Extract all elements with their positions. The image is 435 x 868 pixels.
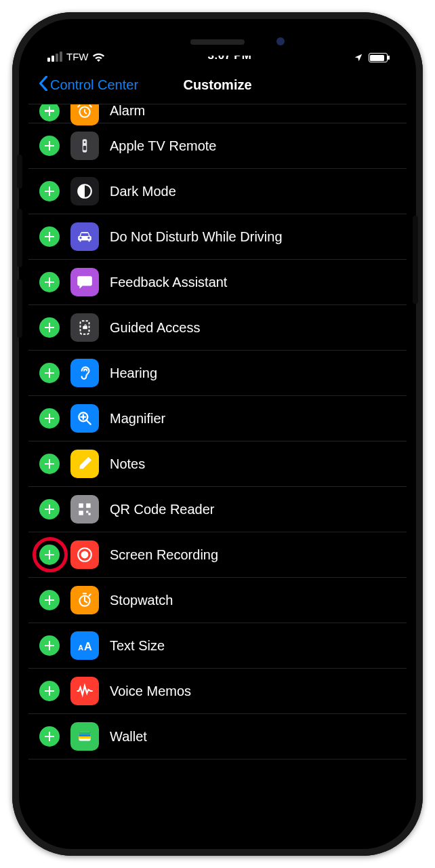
add-button[interactable] [39,726,60,747]
list-row-qr[interactable]: QR Code Reader [28,487,407,532]
svg-rect-10 [86,511,88,513]
stopwatch-icon [70,586,99,614]
page-title: Customize [183,77,251,93]
row-label: Apple TV Remote [110,138,217,154]
qr-code-icon [70,495,99,524]
svg-rect-11 [88,513,90,515]
notes-icon [70,450,99,478]
list-row-screen-recording[interactable]: Screen Recording [28,532,407,578]
add-button[interactable] [39,545,60,565]
location-icon [354,53,363,62]
back-button-label: Control Center [50,77,138,93]
guided-access-icon [70,313,99,342]
add-button[interactable] [39,635,60,656]
list-row-guided-access[interactable]: Guided Access [28,305,407,351]
chevron-left-icon [38,76,49,94]
row-label: Hearing [110,366,157,381]
row-label: Magnifier [110,411,165,427]
volume-down-button [17,279,22,338]
svg-text:A: A [84,640,92,652]
add-button[interactable] [39,136,60,156]
voice-memos-icon [70,677,99,705]
battery-icon [369,53,388,62]
dark-mode-icon [70,177,99,205]
wallet-icon [70,722,99,751]
svg-rect-9 [79,511,83,515]
list-row-feedback[interactable]: Feedback Assistant [28,260,407,305]
carrier-label: TFW [66,51,88,62]
nav-bar: Control Center Customize [28,66,407,104]
svg-rect-8 [86,503,91,508]
row-label: Alarm [110,104,145,119]
row-label: Stopwatch [110,593,173,608]
alarm-icon [70,104,99,125]
cellular-signal-icon [47,52,62,62]
back-button[interactable]: Control Center [33,66,144,104]
screen-recording-icon [70,540,99,569]
svg-rect-7 [79,503,83,508]
apple-tv-remote-icon [70,132,99,160]
svg-rect-20 [79,736,90,738]
svg-rect-3 [83,146,86,151]
list-row-text-size[interactable]: AA Text Size [28,623,407,669]
add-button[interactable] [39,590,60,610]
list-row-hearing[interactable]: Hearing [28,351,407,396]
magnifier-icon [70,404,99,433]
add-button[interactable] [39,272,60,292]
row-label: Do Not Disturb While Driving [110,229,283,245]
row-label: Feedback Assistant [110,275,227,290]
feedback-icon [70,268,99,296]
notch [119,28,316,56]
volume-up-button [17,209,22,267]
svg-point-2 [84,141,86,143]
row-label: Guided Access [110,320,200,336]
add-button[interactable] [39,454,60,474]
row-label: Notes [110,456,145,472]
add-button[interactable] [39,363,60,383]
list-row-darkmode[interactable]: Dark Mode [28,169,407,214]
list-row-appletv[interactable]: Apple TV Remote [28,123,407,169]
svg-text:A: A [78,644,83,652]
list-row-wallet[interactable]: Wallet [28,714,407,760]
row-label: Dark Mode [110,184,176,199]
row-label: Wallet [110,729,147,745]
list-row-magnifier[interactable]: Magnifier [28,396,407,441]
power-button [413,216,418,304]
add-button[interactable] [39,104,60,121]
phone-frame: TFW 3:07 PM [12,12,423,856]
wifi-icon [92,52,105,62]
list-row-notes[interactable]: Notes [28,441,407,487]
hearing-icon [70,359,99,387]
more-controls-list: Alarm Apple TV Remote [28,104,407,840]
add-button[interactable] [39,408,60,429]
list-row-alarm[interactable]: Alarm [28,104,407,123]
add-button[interactable] [39,317,60,338]
svg-rect-18 [79,732,90,734]
mute-switch [17,155,22,189]
add-button[interactable] [39,681,60,701]
svg-rect-19 [79,734,90,736]
add-button[interactable] [39,226,60,247]
row-label: QR Code Reader [110,502,215,517]
row-label: Text Size [110,638,165,654]
row-label: Voice Memos [110,684,191,699]
list-row-voice-memos[interactable]: Voice Memos [28,669,407,714]
list-row-stopwatch[interactable]: Stopwatch [28,578,407,623]
add-button[interactable] [39,181,60,201]
row-label: Screen Recording [110,547,218,563]
text-size-icon: AA [70,631,99,660]
list-row-dnd-driving[interactable]: Do Not Disturb While Driving [28,214,407,260]
svg-point-13 [81,551,89,559]
add-button[interactable] [39,499,60,519]
car-icon [70,222,99,251]
